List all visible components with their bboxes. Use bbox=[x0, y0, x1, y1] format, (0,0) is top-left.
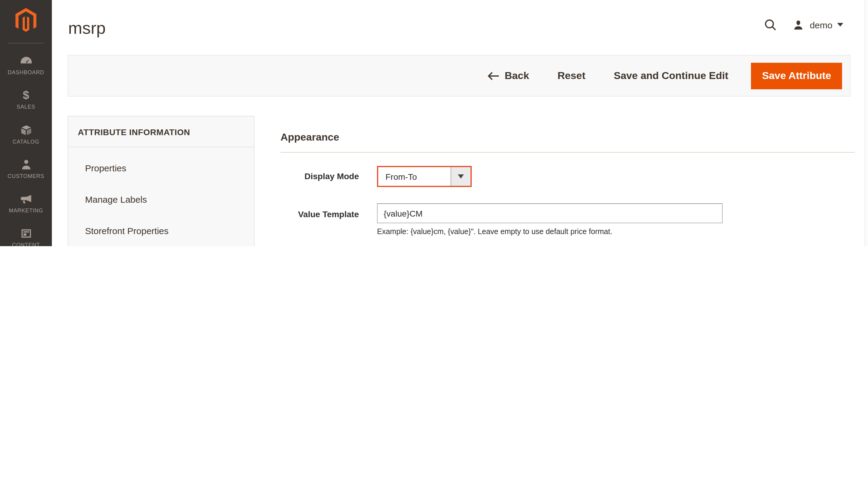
back-arrow-icon bbox=[487, 71, 499, 80]
sidebar-item-content[interactable]: CONTENT bbox=[0, 221, 52, 246]
sidebar-item-sales[interactable]: $ SALES bbox=[0, 82, 52, 117]
display-mode-value: From-To bbox=[378, 167, 451, 186]
header-actions: demo bbox=[764, 18, 843, 31]
search-icon[interactable] bbox=[764, 18, 777, 31]
sidebar-item-label: MARKETING bbox=[9, 207, 43, 215]
value-template-control: Example: {value}cm, {value}". Leave empt… bbox=[377, 203, 723, 236]
display-mode-label: Display Mode bbox=[280, 171, 377, 182]
reset-button[interactable]: Reset bbox=[557, 70, 585, 82]
magento-admin-attribute-page: DASHBOARD $ SALES CATALOG CUSTOMERS bbox=[0, 0, 868, 246]
sidebar-item-marketing[interactable]: MARKETING bbox=[0, 186, 52, 221]
section-title-appearance: Appearance bbox=[280, 130, 855, 153]
attribute-information-title: ATTRIBUTE INFORMATION bbox=[68, 117, 254, 147]
field-row-display-mode: Display Mode From-To bbox=[280, 166, 855, 187]
sidebar-item-label: SALES bbox=[17, 104, 35, 111]
marketing-icon bbox=[19, 193, 33, 206]
sidebar-menu: DASHBOARD $ SALES CATALOG CUSTOMERS bbox=[0, 44, 52, 246]
scrollbar-track[interactable] bbox=[864, 0, 868, 246]
content-icon bbox=[19, 227, 33, 240]
sidebar-item-label: CONTENT bbox=[12, 242, 40, 246]
value-template-note: Example: {value}cm, {value}". Leave empt… bbox=[377, 227, 723, 236]
back-button-label: Back bbox=[505, 70, 529, 82]
save-and-continue-button[interactable]: Save and Continue Edit bbox=[614, 70, 729, 82]
sidebar-item-label: CATALOG bbox=[13, 139, 40, 145]
sidebar-item-catalog[interactable]: CATALOG bbox=[0, 117, 52, 151]
value-template-label: Value Template bbox=[280, 203, 377, 236]
customers-icon bbox=[19, 158, 33, 171]
nav-item-manage-labels[interactable]: Manage Labels bbox=[68, 184, 254, 215]
sidebar-item-dashboard[interactable]: DASHBOARD bbox=[0, 48, 52, 82]
field-row-value-template: Value Template Example: {value}cm, {valu… bbox=[280, 203, 855, 236]
user-icon bbox=[793, 19, 805, 30]
attribute-information-panel: ATTRIBUTE INFORMATION Properties Manage … bbox=[68, 116, 255, 246]
catalog-icon bbox=[19, 123, 33, 137]
attribute-nav-list: Properties Manage Labels Storefront Prop… bbox=[68, 147, 254, 246]
magento-logo-icon[interactable] bbox=[0, 0, 52, 42]
page-title: msrp bbox=[68, 19, 106, 38]
nav-item-storefront-properties[interactable]: Storefront Properties bbox=[68, 215, 254, 246]
sidebar-item-label: CUSTOMERS bbox=[7, 173, 44, 180]
action-bar: Back Reset Save and Continue Edit Save A… bbox=[68, 55, 850, 97]
display-mode-select[interactable]: From-To bbox=[377, 166, 472, 187]
sales-icon: $ bbox=[23, 89, 29, 102]
top-header: msrp demo bbox=[52, 0, 868, 53]
user-menu[interactable]: demo bbox=[793, 19, 843, 30]
dashboard-icon bbox=[19, 54, 33, 68]
sidebar-item-label: DASHBOARD bbox=[7, 69, 44, 76]
value-template-input[interactable] bbox=[377, 203, 723, 223]
attribute-form: Appearance Display Mode From-To Value Te… bbox=[280, 130, 855, 246]
save-attribute-button[interactable]: Save Attribute bbox=[751, 63, 842, 89]
section-appearance: Appearance Display Mode From-To Value Te… bbox=[280, 130, 855, 246]
back-button[interactable]: Back bbox=[487, 70, 529, 82]
select-arrow-icon bbox=[451, 167, 470, 186]
sidebar-item-customers[interactable]: CUSTOMERS bbox=[0, 151, 52, 186]
user-name: demo bbox=[810, 20, 833, 30]
chevron-down-icon bbox=[837, 23, 843, 27]
sidebar: DASHBOARD $ SALES CATALOG CUSTOMERS bbox=[0, 0, 52, 246]
nav-item-properties[interactable]: Properties bbox=[68, 153, 254, 184]
